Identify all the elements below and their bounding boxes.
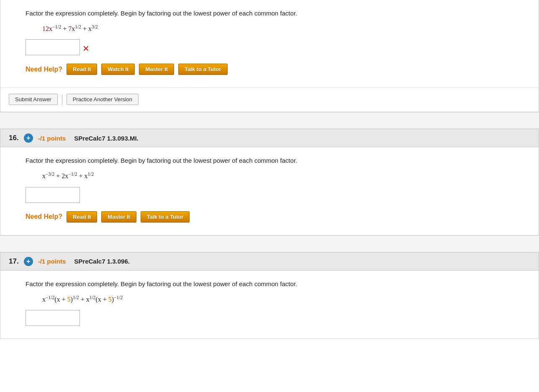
prev-answer-input[interactable] xyxy=(26,39,80,55)
prev-question-body: Factor the expression completely. Begin … xyxy=(0,0,539,87)
question-gap-1 xyxy=(0,112,539,129)
question-17-body: Factor the expression completely. Begin … xyxy=(0,271,539,338)
submit-answer-button[interactable]: Submit Answer xyxy=(9,94,58,105)
question-17-input-wrapper xyxy=(26,310,513,328)
question-17-problem-text: Factor the expression completely. Begin … xyxy=(26,279,513,289)
prev-input-wrapper: ✕ xyxy=(26,39,513,58)
question-17-points: -/1 points xyxy=(38,258,66,265)
prev-math-expression: 12x−1/2 + 7x1/2 + x3/2 xyxy=(42,24,513,33)
prev-question-block: Factor the expression completely. Begin … xyxy=(0,0,539,112)
question-16-block: 16. + -/1 points SPreCalc7 1.3.093.MI. F… xyxy=(0,129,539,235)
question-gap-2 xyxy=(0,236,539,252)
question-16-master-it-button[interactable]: Master It xyxy=(101,211,136,223)
question-16-read-it-button[interactable]: Read It xyxy=(67,211,97,223)
question-16-expression: x−3/2 + 2x−1/2 + x1/2 xyxy=(42,172,513,180)
question-16-input-wrapper xyxy=(26,187,513,205)
question-16-number: 16. xyxy=(9,134,19,142)
question-17-plus-icon[interactable]: + xyxy=(24,257,33,266)
page-container: Factor the expression completely. Begin … xyxy=(0,0,539,339)
question-17-answer-input[interactable] xyxy=(26,310,80,326)
question-16-answer-input[interactable] xyxy=(26,187,80,203)
question-17-expression: x−1/2(x + 5)1/2 + x1/2(x + 5)−1/2 xyxy=(42,295,513,303)
prev-master-it-button[interactable]: Master It xyxy=(139,64,174,75)
wrong-mark: ✕ xyxy=(82,44,90,54)
practice-another-button[interactable]: Practice Another Version xyxy=(67,94,139,105)
prev-need-help-label: Need Help? xyxy=(26,66,62,73)
prev-problem-text: Factor the expression completely. Begin … xyxy=(26,8,513,18)
question-16-problem-text: Factor the expression completely. Begin … xyxy=(26,156,513,166)
prev-watch-it-button[interactable]: Watch It xyxy=(101,64,135,75)
question-16-need-help-row: Need Help? Read It Master It Talk to a T… xyxy=(26,211,513,223)
question-16-header: 16. + -/1 points SPreCalc7 1.3.093.MI. xyxy=(0,129,539,147)
question-16-talk-to-tutor-button[interactable]: Talk to a Tutor xyxy=(141,211,190,223)
prev-need-help-row: Need Help? Read It Watch It Master It Ta… xyxy=(26,64,513,75)
question-16-plus-icon[interactable]: + xyxy=(24,133,33,143)
question-16-points: -/1 points xyxy=(38,135,66,142)
submit-divider xyxy=(62,95,62,105)
question-17-block: 17. + -/1 points SPreCalc7 1.3.096. Fact… xyxy=(0,252,539,339)
question-17-header: 17. + -/1 points SPreCalc7 1.3.096. xyxy=(0,252,539,271)
submit-row: Submit Answer Practice Another Version xyxy=(0,87,539,112)
question-16-id: SPreCalc7 1.3.093.MI. xyxy=(74,135,138,142)
question-17-number: 17. xyxy=(9,257,19,266)
prev-read-it-button[interactable]: Read It xyxy=(67,64,97,75)
question-16-need-help-label: Need Help? xyxy=(26,213,62,220)
prev-talk-to-tutor-button[interactable]: Talk to a Tutor xyxy=(178,64,228,75)
question-17-id: SPreCalc7 1.3.096. xyxy=(74,258,130,265)
question-16-body: Factor the expression completely. Begin … xyxy=(0,147,539,235)
